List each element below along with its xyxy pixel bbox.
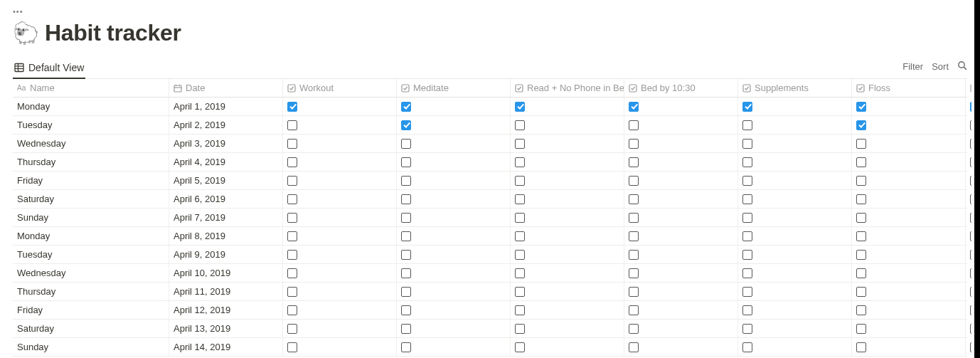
checkbox[interactable]: [742, 342, 752, 352]
checkbox[interactable]: [629, 324, 639, 334]
checkbox[interactable]: [629, 213, 639, 223]
checkbox[interactable]: [287, 176, 297, 186]
checkbox[interactable]: [401, 120, 411, 130]
checkbox[interactable]: [515, 120, 525, 130]
filter-button[interactable]: Filter: [902, 61, 923, 72]
table-row[interactable]: SundayApril 14, 2019: [13, 338, 967, 357]
checkbox[interactable]: [856, 324, 866, 334]
checkbox[interactable]: [629, 157, 639, 167]
row-name-cell[interactable]: Saturday: [13, 320, 169, 337]
column-header[interactable]: Workout: [283, 79, 397, 97]
checkbox[interactable]: [287, 139, 297, 149]
checkbox[interactable]: [742, 268, 752, 278]
checkbox[interactable]: [401, 102, 411, 112]
table-row[interactable]: WednesdayApril 10, 2019: [13, 264, 967, 283]
checkbox[interactable]: [856, 268, 866, 278]
column-header[interactable]: Bed by 10:30: [624, 79, 738, 97]
checkbox[interactable]: [856, 250, 866, 260]
checkbox[interactable]: [629, 342, 639, 352]
row-name-cell[interactable]: Monday: [13, 227, 169, 245]
more-menu-icon[interactable]: •••: [13, 7, 967, 16]
checkbox[interactable]: [401, 157, 411, 167]
checkbox[interactable]: [742, 194, 752, 204]
page-title[interactable]: Habit tracker: [45, 20, 181, 46]
checkbox[interactable]: [287, 102, 297, 112]
table-row[interactable]: MondayApril 1, 2019: [13, 98, 967, 116]
checkbox[interactable]: [742, 102, 752, 112]
row-name-cell[interactable]: Monday: [13, 98, 169, 115]
row-date-cell[interactable]: April 14, 2019: [169, 338, 283, 356]
checkbox[interactable]: [401, 268, 411, 278]
checkbox[interactable]: [287, 287, 297, 297]
checkbox[interactable]: [856, 139, 866, 149]
checkbox[interactable]: [515, 194, 525, 204]
row-name-cell[interactable]: Thursday: [13, 283, 169, 300]
checkbox[interactable]: [287, 342, 297, 352]
checkbox[interactable]: [856, 176, 866, 186]
checkbox[interactable]: [515, 176, 525, 186]
row-date-cell[interactable]: April 13, 2019: [169, 320, 283, 337]
checkbox[interactable]: [515, 250, 525, 260]
table-row[interactable]: ThursdayApril 4, 2019: [13, 153, 967, 172]
checkbox[interactable]: [287, 268, 297, 278]
row-name-cell[interactable]: Thursday: [13, 153, 169, 171]
checkbox[interactable]: [742, 120, 752, 130]
row-date-cell[interactable]: April 11, 2019: [169, 283, 283, 300]
checkbox[interactable]: [515, 139, 525, 149]
row-date-cell[interactable]: April 2, 2019: [169, 116, 283, 134]
checkbox[interactable]: [515, 231, 525, 241]
table-row[interactable]: WednesdayApril 3, 2019: [13, 135, 967, 153]
checkbox[interactable]: [856, 287, 866, 297]
row-date-cell[interactable]: April 6, 2019: [169, 190, 283, 208]
checkbox[interactable]: [629, 231, 639, 241]
row-date-cell[interactable]: April 4, 2019: [169, 153, 283, 171]
checkbox[interactable]: [629, 139, 639, 149]
checkbox[interactable]: [629, 268, 639, 278]
row-name-cell[interactable]: Sunday: [13, 209, 169, 226]
checkbox[interactable]: [515, 213, 525, 223]
checkbox[interactable]: [515, 268, 525, 278]
checkbox[interactable]: [287, 231, 297, 241]
checkbox[interactable]: [287, 213, 297, 223]
checkbox[interactable]: [401, 324, 411, 334]
checkbox[interactable]: [401, 287, 411, 297]
checkbox[interactable]: [742, 139, 752, 149]
table-row[interactable]: SundayApril 7, 2019: [13, 209, 967, 227]
row-date-cell[interactable]: April 1, 2019: [169, 98, 283, 115]
checkbox[interactable]: [629, 250, 639, 260]
checkbox[interactable]: [856, 231, 866, 241]
row-name-cell[interactable]: Tuesday: [13, 246, 169, 263]
table-row[interactable]: MondayApril 8, 2019: [13, 227, 967, 246]
row-date-cell[interactable]: April 5, 2019: [169, 172, 283, 189]
row-name-cell[interactable]: Saturday: [13, 190, 169, 208]
checkbox[interactable]: [287, 305, 297, 315]
row-date-cell[interactable]: April 10, 2019: [169, 264, 283, 282]
checkbox[interactable]: [856, 305, 866, 315]
checkbox[interactable]: [629, 176, 639, 186]
checkbox[interactable]: [742, 324, 752, 334]
checkbox[interactable]: [287, 120, 297, 130]
row-name-cell[interactable]: Sunday: [13, 338, 169, 356]
row-date-cell[interactable]: April 9, 2019: [169, 246, 283, 263]
column-header[interactable]: Floss: [852, 79, 966, 97]
checkbox[interactable]: [742, 176, 752, 186]
checkbox[interactable]: [742, 250, 752, 260]
column-header[interactable]: Date: [169, 79, 283, 97]
checkbox[interactable]: [629, 305, 639, 315]
checkbox[interactable]: [401, 139, 411, 149]
checkbox[interactable]: [401, 213, 411, 223]
table-row[interactable]: TuesdayApril 9, 2019: [13, 246, 967, 264]
search-icon[interactable]: [957, 60, 967, 73]
checkbox[interactable]: [401, 342, 411, 352]
table-row[interactable]: FridayApril 12, 2019: [13, 301, 967, 320]
row-date-cell[interactable]: April 7, 2019: [169, 209, 283, 226]
checkbox[interactable]: [515, 324, 525, 334]
checkbox[interactable]: [515, 102, 525, 112]
checkbox[interactable]: [401, 194, 411, 204]
table-row[interactable]: FridayApril 5, 2019: [13, 172, 967, 190]
checkbox[interactable]: [742, 157, 752, 167]
table-row[interactable]: SaturdayApril 13, 2019: [13, 320, 967, 338]
view-tab-default[interactable]: Default View: [13, 59, 85, 79]
checkbox[interactable]: [515, 305, 525, 315]
checkbox[interactable]: [287, 157, 297, 167]
